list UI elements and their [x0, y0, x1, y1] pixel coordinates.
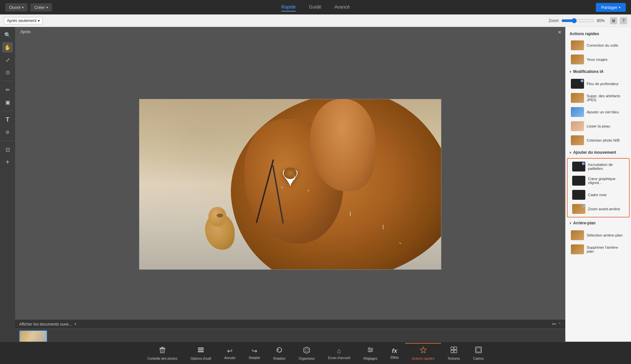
creer-chevron-icon: ▾ — [46, 6, 48, 9]
action-item-flou[interactable]: Flou de profondeur — [567, 77, 630, 91]
tool-textures[interactable]: Textures — [441, 343, 467, 363]
svg-marker-7 — [304, 347, 310, 353]
action-label-coeur: Cœur graphique clignot... — [588, 177, 624, 185]
action-item-yeux-rouges[interactable]: Yeux rouges — [567, 53, 630, 66]
action-item-correction-voile[interactable]: Correction du voile — [567, 38, 630, 52]
organiseur-icon — [303, 346, 310, 355]
filmstrip-more[interactable]: ••• ⌃ — [552, 322, 561, 327]
tab-guide[interactable]: Guidé — [309, 3, 321, 11]
main-layout: 🔍 ✋ ⤢ ⊙ ✏ ▣ T ⊘ ⊡ + Après × — [0, 27, 631, 342]
tool-cadres[interactable]: Cadres — [466, 343, 490, 363]
tool-effets-label: Effets — [390, 356, 399, 359]
tool-retablir[interactable]: ↪ Rétablir — [242, 344, 267, 362]
action-item-zoom[interactable]: Zoom avant-arrière — [568, 202, 628, 216]
action-thumb-sel-arr-img — [571, 230, 584, 240]
action-item-paillettes[interactable]: Incrustation de paillettes — [568, 160, 628, 173]
action-thumb-coloriser-img — [571, 135, 584, 145]
tab-rapide[interactable]: Rapide — [281, 3, 296, 11]
tool-organiseur[interactable]: Organiseur — [292, 343, 321, 363]
tool-brush[interactable]: ✏ — [2, 84, 13, 95]
ouvrir-chevron-icon: ▾ — [22, 6, 24, 9]
action-item-suppr-artefacts[interactable]: Suppr. des artefacts JPEG — [567, 91, 630, 105]
tool-annuler[interactable]: ↩ Annuler — [218, 344, 242, 362]
tool-stamp[interactable]: ▣ — [2, 97, 13, 107]
filmstrip-expand-icon[interactable]: ⌃ — [558, 322, 561, 327]
panel-icon-2[interactable]: ? — [620, 17, 627, 24]
action-item-ciel[interactable]: Ajouter un ciel bleu — [567, 105, 630, 119]
action-item-peau[interactable]: Lisser la peau — [567, 119, 630, 133]
tool-rotation[interactable]: Rotation — [267, 343, 292, 363]
view-select-chevron-icon: ▾ — [38, 18, 40, 23]
action-thumb-selection-arriere — [571, 230, 584, 240]
action-item-selection-arriere[interactable]: Sélection arrière-plan — [567, 228, 630, 242]
partager-chevron-icon: ▾ — [619, 6, 620, 9]
scene: ♥ − | − | | − — [139, 99, 441, 269]
partager-label: Partager — [601, 5, 618, 10]
action-thumb-suppr-img — [571, 93, 584, 103]
top-bar-right: Partager ▾ — [596, 3, 626, 12]
action-item-cadre-rose[interactable]: Cadre rose — [568, 188, 628, 202]
panel-header: Actions rapides — [566, 30, 631, 38]
tool-text[interactable]: T — [2, 114, 13, 125]
partager-button[interactable]: Partager ▾ — [596, 3, 626, 12]
section-label-mouvement: Ajouter du mouvement — [573, 150, 616, 155]
action-thumb-supp-arr-img — [571, 244, 584, 254]
tool-crop[interactable]: ⊡ — [2, 144, 13, 155]
action-thumb-paillettes — [572, 162, 585, 171]
svg-rect-17 — [451, 347, 454, 350]
action-item-coeur[interactable]: Cœur graphique clignot... — [568, 174, 628, 188]
zoom-slider[interactable] — [561, 18, 594, 23]
action-thumb-yeux-rouges — [571, 55, 584, 64]
zoom-section: Zoom 80% — [549, 18, 605, 23]
retablir-icon: ↪ — [252, 347, 257, 355]
tool-add[interactable]: + — [2, 157, 13, 167]
panel-icon-1[interactable]: ⊞ — [610, 17, 617, 24]
tool-effets[interactable]: fx Effets — [384, 344, 405, 362]
section-label-ia: Modifications IA — [573, 69, 604, 74]
thumbnail-strip: ⊙ — [15, 329, 565, 342]
section-chevron-arriere-icon: ▾ — [570, 221, 571, 225]
tool-move[interactable]: ✋ — [2, 42, 13, 53]
action-thumb-cadre-rose — [572, 190, 585, 200]
section-modifications-ia[interactable]: ▾ Modifications IA — [566, 67, 631, 77]
action-label-paillettes: Incrustation de paillettes — [588, 163, 624, 171]
section-label-arriere: Arrière-plan — [573, 221, 596, 225]
canvas-label: Après — [20, 30, 31, 34]
tool-corbeille[interactable]: Corbeille des photos — [141, 343, 184, 363]
tool-eyedropper[interactable]: ⊙ — [2, 67, 13, 78]
section-arriere-plan[interactable]: ▾ Arrière-plan — [566, 218, 631, 228]
ouvrir-button[interactable]: Ouvrir ▾ — [5, 3, 28, 11]
filmstrip-more-label: ••• — [552, 322, 556, 327]
tool-options[interactable]: Options d'outil — [184, 343, 218, 363]
action-item-supprimer-arriere[interactable]: Supprimer l'arrière-plan — [567, 242, 630, 256]
tab-avance[interactable]: Avancé — [335, 3, 350, 11]
canvas-close-button[interactable]: × — [558, 29, 561, 36]
svg-rect-0 — [159, 348, 165, 349]
highlighted-section: Incrustation de paillettes Cœur graphiqu… — [567, 158, 630, 217]
thumbnail-item[interactable]: ⊙ — [19, 330, 47, 342]
creer-button[interactable]: Créer ▾ — [30, 3, 52, 11]
view-select[interactable]: Après seulement ▾ — [4, 17, 43, 24]
tool-paint[interactable]: ⊘ — [2, 127, 13, 137]
sparkle-4: | — [350, 211, 351, 216]
tool-ecran-accueil[interactable]: ⌂ Ecran d'accueil — [321, 344, 357, 362]
action-thumb-img — [571, 40, 584, 50]
tool-search[interactable]: 🔍 — [2, 30, 13, 40]
canvas-image-container: ♥ − | − | | − — [139, 99, 441, 270]
action-label-peau: Lisser la peau — [587, 124, 626, 128]
svg-rect-1 — [161, 347, 164, 348]
tool-zoom[interactable]: ⤢ — [2, 55, 13, 65]
svg-rect-20 — [454, 350, 457, 353]
sparkle-2: | — [294, 175, 295, 180]
tool-actions-rapides[interactable]: Actions rapides — [405, 343, 441, 363]
filmstrip-chevron-icon[interactable]: ▾ — [75, 322, 76, 326]
action-thumb-peau-img — [571, 121, 584, 131]
action-thumb-coeur-img — [572, 176, 585, 186]
ai-dot-flou — [581, 80, 583, 82]
action-item-coloriser[interactable]: Coloriser photo N/B — [567, 133, 630, 147]
tool-reglages[interactable]: Réglages — [357, 343, 384, 363]
tool-reglages-label: Réglages — [363, 357, 377, 360]
svg-point-14 — [369, 351, 370, 352]
action-thumb-flou — [571, 79, 584, 89]
section-mouvement[interactable]: ▾ Ajouter du mouvement — [566, 148, 631, 157]
